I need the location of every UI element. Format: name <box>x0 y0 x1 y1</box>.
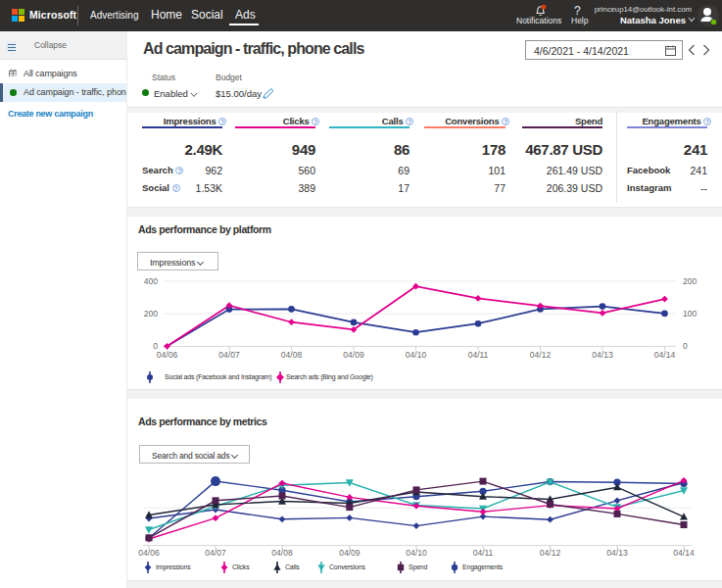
svg-text:04/13: 04/13 <box>592 350 613 360</box>
svg-text:04/06: 04/06 <box>138 548 160 558</box>
svg-text:04/14: 04/14 <box>654 350 676 360</box>
svg-text:04/10: 04/10 <box>406 548 427 558</box>
svg-text:100: 100 <box>683 309 697 318</box>
svg-text:04/11: 04/11 <box>468 350 489 360</box>
svg-text:04/12: 04/12 <box>530 350 552 360</box>
svg-text:04/08: 04/08 <box>271 548 293 558</box>
svg-text:04/11: 04/11 <box>473 548 494 558</box>
svg-text:200: 200 <box>683 276 697 286</box>
svg-text:400: 400 <box>144 276 158 286</box>
svg-text:04/07: 04/07 <box>218 350 240 360</box>
svg-text:04/14: 04/14 <box>673 548 695 558</box>
svg-text:200: 200 <box>144 309 158 318</box>
svg-text:04/12: 04/12 <box>540 548 561 558</box>
svg-text:0: 0 <box>683 341 688 351</box>
svg-text:04/09: 04/09 <box>339 548 361 558</box>
svg-text:04/08: 04/08 <box>281 350 303 360</box>
svg-text:04/06: 04/06 <box>157 350 178 360</box>
svg-text:04/07: 04/07 <box>205 548 226 558</box>
svg-text:04/09: 04/09 <box>343 350 364 360</box>
svg-text:04/10: 04/10 <box>406 350 427 360</box>
svg-text:04/13: 04/13 <box>606 548 628 558</box>
